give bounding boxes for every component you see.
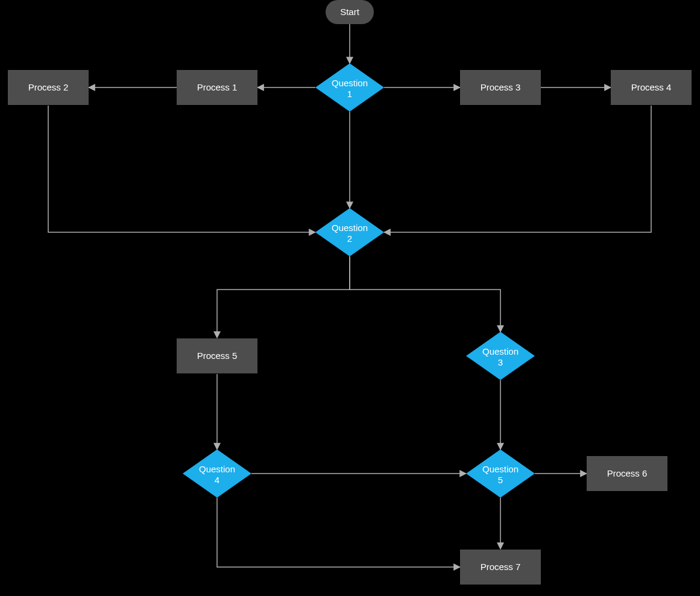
process-process1[interactable]: Process 1	[177, 70, 257, 105]
decision-question4[interactable]: Question4	[183, 449, 251, 498]
process-process1-label: Process 1	[197, 82, 238, 92]
decision-question5[interactable]: Question5	[466, 449, 535, 498]
process-process6-label: Process 6	[607, 468, 648, 478]
edge-process4-to-question2	[384, 106, 651, 232]
decision-question1-label-top: Question	[332, 78, 368, 88]
edge-question2-to-question3	[350, 256, 500, 332]
process-process5-label: Process 5	[197, 350, 238, 361]
edge-question2-to-process5	[217, 256, 350, 338]
process-process4-label: Process 4	[631, 82, 672, 92]
process-process7[interactable]: Process 7	[460, 550, 541, 585]
process-process2-label: Process 2	[28, 82, 69, 92]
decision-question4-label-bottom: 4	[215, 475, 219, 485]
edge-process2-to-question2	[48, 106, 315, 232]
process-process6[interactable]: Process 6	[587, 456, 667, 491]
process-process2[interactable]: Process 2	[8, 70, 89, 105]
decision-question2-label-bottom: 2	[347, 233, 352, 244]
terminator-start-label: Start	[340, 7, 360, 17]
terminator-start[interactable]: Start	[326, 0, 374, 24]
decision-question1[interactable]: Question1	[315, 63, 384, 112]
decision-question3-label-bottom: 3	[498, 357, 503, 367]
process-process4[interactable]: Process 4	[611, 70, 692, 105]
process-process3[interactable]: Process 3	[460, 70, 541, 105]
decision-question5-label-bottom: 5	[498, 475, 503, 485]
process-process7-label: Process 7	[481, 562, 521, 572]
decision-question2[interactable]: Question2	[315, 208, 384, 256]
decision-question5-label-top: Question	[482, 464, 519, 474]
decision-question3-label-top: Question	[482, 346, 519, 357]
process-process5[interactable]: Process 5	[177, 338, 257, 373]
decision-question2-label-top: Question	[332, 223, 368, 233]
process-process3-label: Process 3	[481, 82, 521, 92]
edge-question4-to-process7	[217, 498, 460, 567]
decision-question1-label-bottom: 1	[347, 89, 352, 99]
decision-question4-label-top: Question	[199, 464, 235, 474]
decision-question3[interactable]: Question3	[466, 332, 535, 380]
